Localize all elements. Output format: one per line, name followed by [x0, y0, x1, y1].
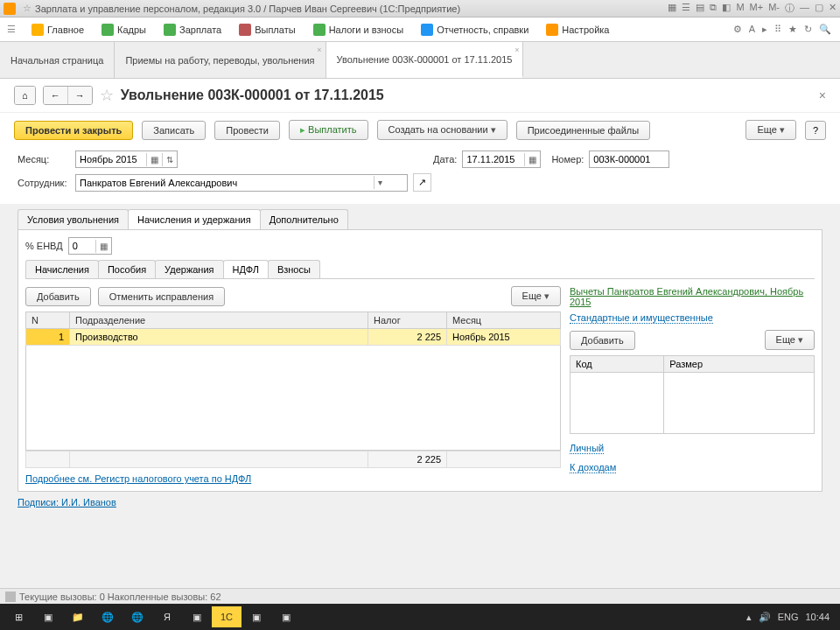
taskbar-app[interactable]: 📁 — [63, 606, 93, 627]
tb-icon[interactable]: M- — [768, 2, 780, 15]
tb-icon[interactable]: M — [736, 2, 744, 15]
minimize-icon[interactable]: — — [800, 2, 809, 15]
subtab-benefits[interactable]: Пособия — [98, 260, 156, 278]
open-link-icon[interactable]: ↗ — [413, 173, 431, 192]
spinner-icon[interactable]: ⇅ — [162, 153, 177, 166]
employee-input[interactable] — [76, 175, 374, 191]
taskbar-app[interactable]: ▣ — [33, 606, 63, 627]
gear-icon[interactable]: ⚙ — [733, 24, 742, 35]
home-icon[interactable]: ⌂ — [15, 87, 35, 104]
menu-payments[interactable]: Выплаты — [230, 18, 304, 41]
search-icon[interactable]: 🔍 — [819, 24, 831, 35]
more-button[interactable]: Еще — [765, 330, 815, 350]
favorite-icon[interactable]: ☆ — [23, 3, 32, 14]
tab-start-page[interactable]: Начальная страница — [0, 42, 115, 78]
star-icon[interactable]: ★ — [788, 24, 797, 35]
standard-deductions-link[interactable]: Стандартные и имущественные — [570, 312, 713, 324]
close-icon[interactable]: ✕ — [829, 2, 836, 15]
taskbar-app[interactable]: 🌐 — [122, 606, 152, 627]
number-input[interactable] — [590, 151, 668, 167]
write-button[interactable]: Записать — [142, 121, 206, 140]
tray-icon[interactable]: ▴ — [746, 612, 752, 623]
menu-main[interactable]: Главное — [23, 18, 93, 41]
date-input[interactable] — [463, 151, 524, 167]
post-button[interactable]: Провести — [214, 121, 280, 140]
date-field[interactable]: ▦ — [462, 150, 541, 168]
taskbar-app[interactable]: 1C — [212, 606, 242, 627]
lang-indicator[interactable]: ENG — [778, 612, 799, 622]
taskbar-app[interactable]: 🌐 — [93, 606, 122, 627]
tb-icon[interactable]: M+ — [750, 2, 764, 15]
history-icon[interactable]: ↻ — [804, 24, 812, 35]
tray-icon[interactable]: 🔊 — [759, 612, 771, 623]
envd-field[interactable]: ▦ — [68, 237, 112, 255]
start-button[interactable]: ⊞ — [4, 606, 33, 627]
pay-button[interactable]: Выплатить — [289, 120, 368, 140]
subtab-ndfl[interactable]: НДФЛ — [223, 260, 269, 278]
chevron-down-icon[interactable]: ▾ — [374, 176, 386, 189]
back-icon[interactable]: ← — [44, 87, 68, 104]
envd-input[interactable] — [69, 238, 95, 254]
taskbar-app[interactable]: ▣ — [242, 606, 271, 627]
post-and-close-button[interactable]: Провести и закрыть — [14, 121, 133, 140]
grid-icon[interactable]: ⠿ — [774, 24, 781, 35]
deductions-table[interactable]: Код Размер — [570, 355, 815, 434]
grid-empty-area[interactable] — [25, 346, 561, 451]
tab-additional[interactable]: Дополнительно — [260, 209, 348, 229]
menu-reports[interactable]: Отчетность, справки — [412, 18, 537, 41]
deductions-title-link[interactable]: Вычеты Панкратов Евгений Александрович, … — [570, 286, 803, 307]
add-button[interactable]: Добавить — [25, 287, 91, 306]
tb-icon[interactable]: ◧ — [722, 2, 731, 15]
menu-salary[interactable]: Зарплата — [155, 18, 230, 41]
table-row[interactable]: 1 Производство 2 225 Ноябрь 2015 — [26, 329, 561, 346]
calendar-icon[interactable]: ▦ — [524, 153, 540, 166]
taskbar-app[interactable]: ▣ — [182, 606, 212, 627]
favorite-icon[interactable]: ☆ — [100, 86, 114, 105]
number-field[interactable] — [589, 150, 669, 168]
tab-conditions[interactable]: Условия увольнения — [18, 209, 129, 229]
menu-staff[interactable]: Кадры — [93, 18, 155, 41]
taskbar-app[interactable]: ▣ — [271, 606, 301, 627]
close-icon[interactable]: × — [317, 46, 321, 54]
month-input[interactable] — [76, 151, 146, 167]
menu-taxes[interactable]: Налоги и взносы — [304, 18, 413, 41]
personal-link[interactable]: Личный — [570, 443, 604, 454]
signatures-link[interactable]: Подписи: И.И. Иванов — [18, 497, 116, 508]
attached-files-button[interactable]: Присоединенные файлы — [516, 121, 650, 140]
tb-icon[interactable]: ⧉ — [710, 2, 717, 15]
close-page-icon[interactable]: × — [819, 88, 826, 102]
footer-tax: 2 225 — [368, 452, 447, 468]
income-link[interactable]: К доходам — [570, 462, 616, 473]
subtab-deductions[interactable]: Удержания — [155, 260, 223, 278]
cancel-corrections-button[interactable]: Отменить исправления — [98, 287, 225, 306]
tb-icon[interactable]: ▤ — [696, 2, 704, 15]
calc-icon[interactable]: ▦ — [95, 240, 111, 253]
help-button[interactable]: ? — [805, 121, 826, 140]
tab-dismissal[interactable]: Увольнение 003К-000001 от 17.11.2015× — [326, 42, 524, 78]
calendar-icon[interactable]: ▦ — [146, 153, 162, 166]
tb-icon[interactable]: ☰ — [682, 2, 690, 15]
employee-field[interactable]: ▾ — [75, 174, 408, 192]
tab-accruals[interactable]: Начисления и удержания — [128, 209, 261, 229]
more-button[interactable]: Еще — [511, 286, 561, 306]
forward-icon[interactable]: → — [68, 87, 92, 104]
maximize-icon[interactable]: ▢ — [815, 2, 823, 15]
month-field[interactable]: ▦ ⇅ — [75, 150, 178, 168]
a-icon[interactable]: A — [749, 24, 755, 35]
more-button[interactable]: Еще — [746, 120, 795, 140]
forward-icon[interactable]: ▸ — [762, 24, 767, 35]
tb-icon[interactable]: ▦ — [668, 2, 676, 15]
tab-hiring[interactable]: Приемы на работу, переводы, увольнения× — [115, 42, 326, 78]
burger-icon[interactable]: ☰ — [4, 24, 19, 35]
subtab-contributions[interactable]: Взносы — [268, 260, 320, 278]
close-icon[interactable]: × — [514, 46, 519, 54]
help-icon[interactable]: ⓘ — [785, 2, 794, 15]
add-deduction-button[interactable]: Добавить — [570, 331, 635, 350]
detail-register-link[interactable]: Подробнее см. Регистр налогового учета п… — [25, 473, 251, 484]
menu-settings[interactable]: Настройка — [537, 18, 618, 41]
subtab-accruals[interactable]: Начисления — [25, 260, 99, 278]
clock[interactable]: 10:44 — [805, 612, 830, 622]
ndfl-table[interactable]: N Подразделение Налог Месяц 1 Производст… — [25, 312, 561, 346]
create-based-button[interactable]: Создать на основании — [377, 120, 508, 140]
taskbar-app[interactable]: Я — [152, 606, 182, 627]
